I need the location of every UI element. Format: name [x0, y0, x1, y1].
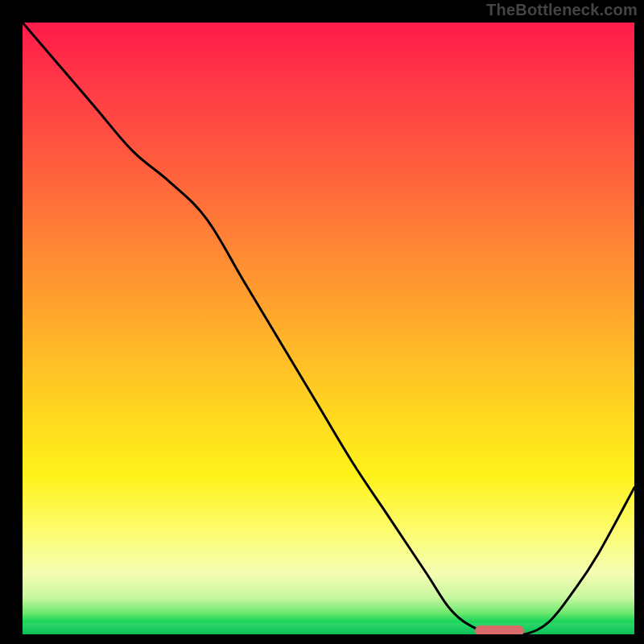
watermark-text: TheBottleneck.com	[486, 1, 638, 19]
bottleneck-curve	[23, 23, 634, 634]
curve-svg	[23, 23, 634, 634]
plot-area	[23, 23, 634, 634]
chart-frame: TheBottleneck.com	[0, 0, 644, 644]
optimal-marker	[475, 625, 524, 634]
